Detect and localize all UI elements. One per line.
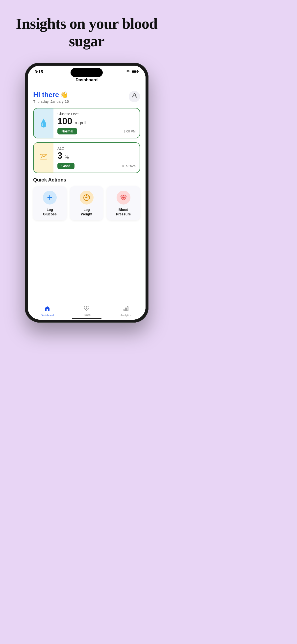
phone-shell: 3:15 · · · · bbox=[25, 63, 148, 322]
blood-pressure-label: BloodPressure bbox=[116, 208, 131, 216]
glucose-label: Glucose Level bbox=[58, 112, 136, 116]
content-spacer bbox=[33, 225, 140, 300]
avatar-button[interactable] bbox=[129, 91, 140, 102]
glucose-icon: 💧 bbox=[38, 118, 48, 128]
glucose-status-badge: Normal bbox=[58, 128, 77, 134]
blood-pressure-icon-circle bbox=[116, 191, 130, 204]
svg-rect-13 bbox=[127, 306, 128, 311]
greeting-emoji: 👋 bbox=[60, 91, 68, 98]
header-row: Hi there 👋 Thursday, January 16 bbox=[33, 91, 140, 104]
tab-health[interactable]: Health bbox=[67, 306, 106, 317]
dashboard-tab-icon bbox=[44, 306, 50, 313]
log-glucose-label: LogGlucose bbox=[43, 208, 57, 216]
wifi-icon bbox=[126, 70, 130, 74]
a1c-date: 1/15/2025 bbox=[121, 164, 136, 168]
battery-icon bbox=[132, 70, 138, 74]
svg-rect-12 bbox=[126, 308, 126, 311]
home-bar bbox=[72, 318, 102, 319]
greeting-text: Hi there bbox=[33, 91, 59, 98]
health-tab-label: Health bbox=[83, 313, 90, 316]
glucose-value: 100 mg/dL bbox=[58, 116, 136, 126]
tab-analytics[interactable]: Analytics bbox=[106, 306, 146, 317]
signal-dots-icon: · · · · bbox=[116, 70, 124, 73]
svg-rect-11 bbox=[124, 309, 125, 311]
screen-content[interactable]: Hi there 👋 Thursday, January 16 bbox=[28, 86, 146, 303]
log-weight-icon-circle bbox=[80, 191, 94, 204]
log-weight-label: LogWeight bbox=[81, 208, 92, 216]
log-glucose-button[interactable]: LogGlucose bbox=[33, 186, 66, 220]
dashboard-tab-label: Dashboard bbox=[40, 314, 54, 317]
a1c-card-body: A1C 3 % Good 1/15/2025 bbox=[54, 143, 140, 172]
glucose-card[interactable]: 💧 Glucose Level 100 mg/dL Normal 3:00 PM bbox=[33, 108, 140, 139]
health-tab-icon bbox=[84, 306, 90, 312]
svg-line-9 bbox=[88, 196, 88, 196]
dynamic-island bbox=[70, 68, 103, 77]
status-time: 3:15 bbox=[35, 70, 43, 74]
log-glucose-icon-circle bbox=[43, 191, 57, 204]
home-indicator bbox=[28, 318, 146, 320]
a1c-icon bbox=[39, 152, 48, 163]
phone-screen: 3:15 · · · · bbox=[28, 66, 146, 320]
glucose-icon-col: 💧 bbox=[34, 108, 54, 138]
greeting-section: Hi there 👋 Thursday, January 16 bbox=[33, 91, 69, 104]
svg-point-10 bbox=[86, 197, 87, 198]
a1c-unit: % bbox=[65, 155, 69, 160]
glucose-time: 3:00 PM bbox=[124, 130, 136, 133]
glucose-footer: Normal 3:00 PM bbox=[58, 128, 136, 134]
a1c-status-badge: Good bbox=[58, 163, 74, 169]
date-text: Thursday, January 16 bbox=[33, 99, 69, 104]
log-weight-button[interactable]: LogWeight bbox=[70, 186, 104, 220]
a1c-footer: Good 1/15/2025 bbox=[58, 163, 136, 169]
a1c-card[interactable]: A1C 3 % Good 1/15/2025 bbox=[33, 142, 140, 173]
tab-bar: Dashboard Health bbox=[28, 303, 146, 318]
avatar-icon bbox=[131, 92, 138, 100]
glucose-unit: mg/dL bbox=[75, 120, 87, 125]
quick-actions-row: LogGlucose LogWeight bbox=[33, 186, 140, 220]
a1c-value: 3 % bbox=[58, 151, 136, 161]
svg-rect-1 bbox=[132, 70, 136, 73]
status-icons: · · · · bbox=[116, 70, 138, 74]
analytics-tab-icon bbox=[123, 306, 129, 313]
glucose-card-body: Glucose Level 100 mg/dL Normal 3:00 PM bbox=[54, 108, 140, 138]
svg-line-8 bbox=[85, 196, 85, 196]
analytics-tab-label: Analytics bbox=[120, 314, 132, 317]
greeting-line: Hi there 👋 bbox=[33, 91, 69, 99]
nav-title: Dashboard bbox=[28, 76, 146, 86]
a1c-label: A1C bbox=[58, 146, 136, 150]
status-bar: 3:15 · · · · bbox=[28, 66, 146, 76]
tab-dashboard[interactable]: Dashboard bbox=[28, 306, 67, 317]
a1c-icon-col bbox=[34, 143, 54, 172]
quick-actions-title: Quick Actions bbox=[33, 177, 140, 183]
blood-pressure-button[interactable]: BloodPressure bbox=[107, 186, 140, 220]
hero-title: Insights on your blood sugar bbox=[0, 15, 173, 50]
